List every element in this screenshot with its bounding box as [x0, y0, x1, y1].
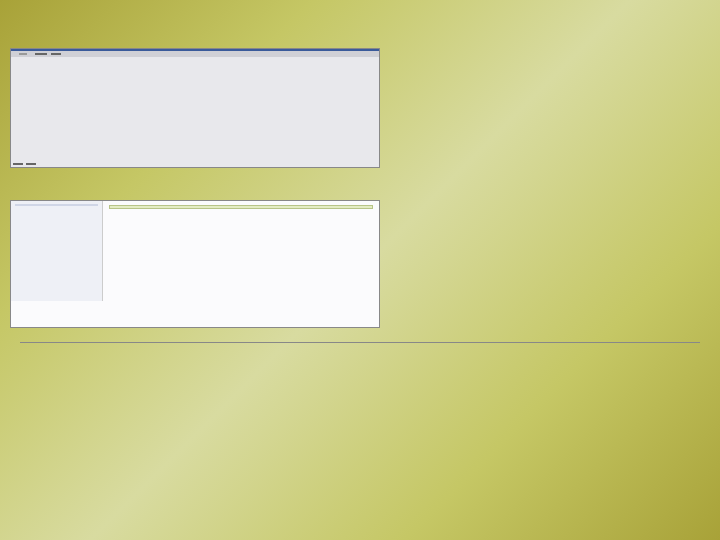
success-banner	[109, 205, 373, 209]
cancel-button[interactable]	[26, 163, 36, 165]
main-panel	[103, 201, 379, 301]
admission-confirmation-screenshot	[10, 200, 380, 328]
ok-button[interactable]	[13, 163, 23, 165]
sidebar	[11, 201, 103, 301]
available-beds-tab[interactable]	[19, 53, 27, 55]
selection-filter-bar	[11, 51, 379, 57]
bed-selection-screenshot	[10, 48, 380, 168]
info-panel-title	[15, 204, 98, 206]
search-button[interactable]	[51, 53, 61, 55]
divider	[20, 342, 700, 343]
search-by-select[interactable]	[35, 53, 47, 55]
